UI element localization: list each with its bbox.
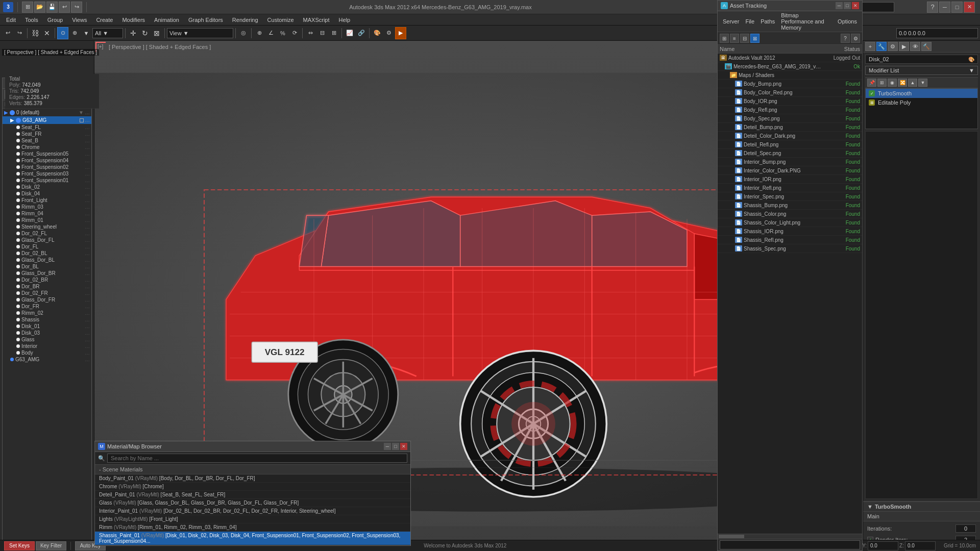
layer-item-body[interactable]: Body… [3, 349, 91, 356]
layer-item-glass-dor-br[interactable]: Glass_Dor_BR… [3, 270, 91, 277]
redo-main-btn[interactable]: ↪ [14, 27, 25, 39]
region-btn[interactable]: ⊕ [69, 27, 80, 39]
layer-item-front-suspension04[interactable]: Front_Suspension04… [3, 157, 91, 164]
select-obj-btn[interactable]: ⊙ [57, 27, 68, 39]
menu-views[interactable]: Views [68, 16, 91, 24]
layer-item-rimm-01[interactable]: Rimm_01… [3, 217, 91, 223]
coord-y-value[interactable]: 0.0 [868, 541, 898, 550]
menu-tools[interactable]: Tools [21, 16, 42, 24]
help-btn[interactable]: ? [927, 2, 938, 13]
layer-item-dor-02-fr[interactable]: Dor_02_FR… [3, 290, 91, 296]
minimize-btn[interactable]: ─ [939, 2, 950, 13]
curve-editor-btn[interactable]: 📈 [344, 27, 355, 39]
menu-group[interactable]: Group [43, 16, 67, 24]
layer-item-disk-04[interactable]: Disk_04… [3, 190, 91, 197]
rt-modify-btn[interactable]: 🔧 [876, 42, 887, 51]
menu-edit[interactable]: Edit [2, 16, 20, 24]
new-btn[interactable]: ⊞ [22, 2, 33, 13]
layer-item-interior[interactable]: Interior… [3, 343, 91, 349]
at-tb-help-btn[interactable]: ? [841, 34, 850, 43]
layer-item-chrome[interactable]: Chrome… [3, 144, 91, 151]
scale-btn[interactable]: ⊠ [151, 27, 162, 39]
at-item-interior-ior-png[interactable]: 📄Interior_IOR.pngFound [718, 175, 862, 184]
at-item-body-color-red-png[interactable]: 📄Body_Color_Red.pngFound [718, 88, 862, 97]
mod-move-down-btn[interactable]: ▼ [918, 79, 927, 87]
mat-browser-max-btn[interactable]: □ [392, 443, 399, 450]
at-menu-server[interactable]: Server [720, 18, 742, 25]
mod-active-btn[interactable]: ◉ [888, 79, 897, 87]
set-keys-btn[interactable]: Set Keys [4, 541, 35, 550]
menu-create[interactable]: Create [92, 16, 117, 24]
render-setup-btn[interactable]: ⚙ [383, 27, 395, 39]
at-item-body-refl-png[interactable]: 📄Body_Refl.pngFound [718, 106, 862, 114]
at-item-maps---shaders[interactable]: 📁Maps / Shaders [718, 71, 862, 80]
ref-coord-sys[interactable]: View ▼ [167, 28, 233, 38]
at-item-body-ior-png[interactable]: 📄Body_IOR.pngFound [718, 97, 862, 106]
rt-utility-btn[interactable]: 🔨 [921, 42, 932, 51]
at-tb-btn3[interactable]: ⊟ [740, 34, 749, 43]
save-btn[interactable]: 💾 [46, 2, 58, 13]
at-item-shassis-color-light-png[interactable]: 📄Shassis_Color_Light.pngFound [718, 218, 862, 227]
layer-item-dor-fr[interactable]: Dor_FR… [3, 303, 91, 310]
rt-hier-btn[interactable]: ⚙ [888, 42, 898, 51]
modifier-editable-poly[interactable]: ⊠ Editable Poly [866, 98, 977, 107]
at-item-shassis-spec-png[interactable]: 📄Shassis_Spec.pngFound [718, 244, 862, 253]
coord-z-value[interactable]: 0.0 [905, 541, 936, 550]
transform-type-in[interactable]: 0.0 0.0 0.0 [896, 28, 978, 38]
mat-item-rimm[interactable]: Rimm (VRayMtl) [Rimm_01, Rimm_02, Rimm_0… [95, 523, 410, 532]
layer-item-seat-fl[interactable]: Seat_FL… [3, 124, 91, 131]
at-item-shassis-bump-png[interactable]: 📄Shassis_Bump.pngFound [718, 201, 862, 210]
mat-item-lights[interactable]: Lights (VRayLightMtl) [Front_Light] [95, 515, 410, 523]
at-item-shassis-ior-png[interactable]: 📄Shassis_IOR.pngFound [718, 227, 862, 236]
at-item-shassis-color-png[interactable]: 📄Shassis_Color.pngFound [718, 210, 862, 218]
at-menu-paths[interactable]: Paths [757, 18, 778, 25]
snap3d-btn[interactable]: ⊕ [254, 27, 265, 39]
layer-item-g63-amg[interactable]: G63_AMG… [3, 356, 91, 363]
spinner-btn[interactable]: ⟳ [289, 27, 300, 39]
at-close-btn[interactable]: ✕ [852, 2, 859, 9]
at-tb-btn4-active[interactable]: ⊠ [750, 34, 760, 43]
at-tb-btn1[interactable]: ⊞ [720, 34, 729, 43]
at-item-interior-spec-png[interactable]: 📄Interior_Spec.pngFound [718, 192, 862, 201]
object-color-btn[interactable]: 🎨 [968, 57, 974, 62]
at-item-deteil-color-dark-png[interactable]: 📄Deteil_Color_Dark.pngFound [718, 132, 862, 140]
at-item-deteil-spec-png[interactable]: 📄Deteil_Spec.pngFound [718, 149, 862, 158]
section-main-sub[interactable]: Main [863, 512, 980, 521]
mat-item-interior-paint-01[interactable]: Interior_Paint_01 (VRayMtl) [Dor_02_BL, … [95, 507, 410, 515]
mat-item-chrome[interactable]: Chrome (VRayMtl) [Chrome] [95, 483, 410, 491]
schematic-btn[interactable]: 🔗 [356, 27, 367, 39]
at-item-body-spec-png[interactable]: 📄Body_Spec.pngFound [718, 114, 862, 123]
mod-move-up-btn[interactable]: ▲ [908, 79, 917, 87]
at-search-input[interactable] [720, 540, 860, 549]
layer-item-glass-dor-fl[interactable]: Glass_Dor_FL… [3, 237, 91, 243]
layer-item-rimm-04[interactable]: Rimm_04… [3, 210, 91, 217]
rt-motion-btn[interactable]: ▶ [899, 42, 909, 51]
layer-item-dor-02-br[interactable]: Dor_02_BR… [3, 277, 91, 283]
layer-item-dor-bl[interactable]: Dor_BL… [3, 263, 91, 270]
unlink-btn[interactable]: ✕ [41, 27, 53, 39]
undo-btn[interactable]: ↩ [59, 2, 70, 13]
menu-help[interactable]: Help [335, 16, 355, 24]
layer-item-disk-01[interactable]: Disk_01… [3, 323, 91, 330]
at-tb-btn2[interactable]: ≡ [730, 34, 739, 43]
layer-item-g63amg[interactable]: ▶ G63_AMG … [3, 116, 91, 124]
mat-item-shassis-paint-01[interactable]: Shassis_Paint_01 (VRayMtl) [Disk_01, Dis… [95, 532, 410, 545]
menu-modifiers[interactable]: Modifiers [118, 16, 149, 24]
key-filter-btn[interactable]: Key Filter [36, 541, 66, 550]
rotate-btn[interactable]: ↻ [139, 27, 151, 39]
select-btn[interactable]: ↩ [2, 27, 13, 39]
mat-search-input[interactable] [107, 454, 407, 463]
at-tb-options-btn[interactable]: ⚙ [851, 34, 860, 43]
layer-mgr-btn[interactable]: ⊞ [328, 27, 339, 39]
at-item-mercedes-benz-g63-amg-2019-vra[interactable]: 🎬Mercedes-Benz_G63_AMG_2019_vray.maxOk [718, 62, 862, 71]
layer-item-front-suspension01[interactable]: Front_Suspension01… [3, 177, 91, 184]
layer-item-dor-02-bl[interactable]: Dor_02_BL… [3, 250, 91, 257]
mirror-btn[interactable]: ⇔ [305, 27, 316, 39]
rt-display-btn[interactable]: 👁 [910, 42, 920, 51]
mat-browser-close-btn[interactable]: ✕ [400, 443, 407, 450]
at-max-btn[interactable]: □ [844, 2, 851, 9]
at-item-shassis-refl-png[interactable]: 📄Shassis_Refl.pngFound [718, 236, 862, 244]
layer-item-glass[interactable]: Glass… [3, 336, 91, 343]
close-btn[interactable]: ✕ [964, 2, 975, 13]
angle-snap-btn[interactable]: ∠ [265, 27, 277, 39]
